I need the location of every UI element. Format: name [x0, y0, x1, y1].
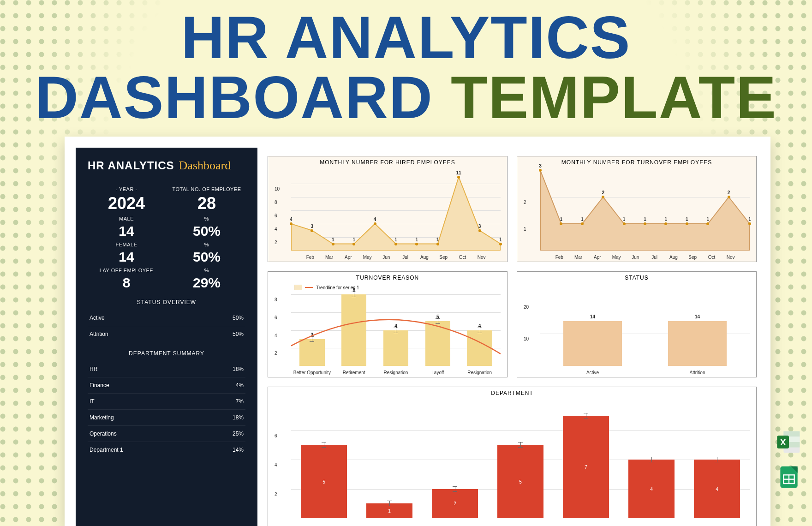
chart-title: TURNOVER REASON — [268, 272, 507, 284]
y-tick: 2 — [275, 491, 277, 496]
y-tick: 10 — [275, 186, 280, 191]
kv-key: Operations — [90, 430, 117, 437]
x-category: Jun — [382, 255, 390, 260]
sidebar-title: HR ANALYTICS Dashboard — [88, 159, 245, 173]
x-category: Retirement — [343, 370, 365, 375]
legend: Trendline for series 1 — [294, 285, 359, 290]
x-category: Mar — [574, 255, 582, 260]
x-category: Feb — [306, 255, 314, 260]
kv-val: 18% — [233, 414, 244, 421]
y-tick: 4 — [275, 333, 277, 338]
stat-value: 14 — [88, 223, 165, 239]
stat-label: % — [168, 242, 245, 247]
sidebar-title-b: Dashboard — [179, 159, 231, 173]
kv-val: 7% — [236, 398, 244, 405]
chart-status: STATUS10201414ActiveAttrition — [517, 271, 757, 377]
x-category: Nov — [478, 255, 486, 260]
data-label: 1 — [394, 237, 397, 242]
data-label: 3 — [539, 163, 542, 168]
list-item: Finance4% — [88, 377, 245, 393]
bar: 2 — [432, 489, 478, 519]
list-item: Department 114% — [88, 442, 245, 458]
kv-key: Marketing — [90, 414, 114, 421]
data-label: 1 — [623, 217, 626, 222]
data-label: 1 — [416, 237, 418, 242]
x-category: Attrition — [690, 370, 705, 375]
stat-total: TOTAL NO. OF EMPLOYEE 28 — [168, 186, 245, 213]
stat-male-pct: % 50% — [168, 216, 245, 239]
stat-label: % — [168, 268, 245, 273]
data-label: 1 — [332, 237, 334, 242]
x-category: Sep — [688, 255, 697, 260]
x-category: Apr — [594, 255, 601, 260]
kv-val: 14% — [233, 447, 244, 453]
x-category: Oct — [708, 255, 716, 260]
x-category: May — [363, 255, 372, 260]
data-label: 2 — [728, 190, 730, 195]
stat-value: 2024 — [88, 194, 165, 213]
x-category: Oct — [459, 255, 466, 260]
y-tick: 1 — [524, 227, 526, 232]
status-overview-title: STATUS OVERVIEW — [88, 299, 245, 305]
chart-title: STATUS — [517, 272, 756, 284]
app-icons: X — [776, 429, 802, 490]
chart-hired: MONTHLY NUMBER FOR HIRED EMPLOYEES246810… — [268, 156, 508, 262]
excel-icon: X — [776, 429, 802, 455]
y-tick: 20 — [524, 304, 529, 309]
data-label: 1 — [748, 217, 751, 222]
bar: 1 — [366, 503, 412, 518]
data-label: 3 — [478, 224, 481, 229]
kv-key: HR — [90, 366, 97, 372]
stat-layoff: LAY OFF EMPLOYEE 8 — [88, 268, 165, 291]
y-tick: 2 — [275, 351, 277, 356]
list-item: Marketing18% — [88, 409, 245, 425]
stat-female: FEMALE 14 — [88, 242, 165, 265]
data-label: 2 — [602, 190, 604, 195]
stat-female-pct: % 50% — [168, 242, 245, 265]
data-label: 1 — [665, 217, 668, 222]
list-item: Operations25% — [88, 425, 245, 442]
kv-key: Attrition — [90, 331, 108, 337]
dashboard-card: HR ANALYTICS Dashboard - YEAR - 2024 TOT… — [65, 137, 770, 526]
svg-text:X: X — [780, 437, 786, 447]
stat-value: 50% — [168, 249, 245, 265]
data-label: 11 — [456, 170, 461, 175]
data-label: 1 — [560, 217, 563, 222]
sheets-icon — [776, 464, 802, 490]
x-category: Nov — [727, 255, 735, 260]
stat-label: % — [168, 216, 245, 221]
chart-title: DEPARTMENT — [268, 387, 756, 399]
page-title: HR ANALYTICS DASHBOARD TEMPLATE — [0, 7, 812, 127]
kv-key: IT — [90, 398, 95, 405]
y-tick: 8 — [275, 200, 277, 205]
bar — [668, 321, 727, 366]
stat-value: 50% — [168, 223, 245, 239]
stat-value: 29% — [168, 275, 245, 291]
x-category: Aug — [669, 255, 678, 260]
stat-value: 8 — [88, 275, 165, 291]
title-accent: TEMPLATE — [451, 64, 777, 131]
y-tick: 6 — [275, 433, 277, 438]
x-category: Mar — [325, 255, 333, 260]
bar: 4 — [694, 460, 740, 518]
stat-label: - YEAR - — [88, 186, 165, 192]
kv-key: Finance — [90, 382, 109, 389]
list-item: Active50% — [88, 310, 245, 326]
data-label: 1 — [644, 217, 646, 222]
data-label: 1 — [499, 237, 502, 242]
page-root: HR ANALYTICS DASHBOARD TEMPLATE This HR … — [0, 0, 812, 526]
x-category: Feb — [555, 255, 563, 260]
kv-val: 50% — [233, 331, 244, 337]
x-category: Jul — [402, 255, 408, 260]
status-overview-list: Active50% Attrition50% — [88, 310, 245, 342]
stat-label: MALE — [88, 216, 165, 221]
stat-label: TOTAL NO. OF EMPLOYEE — [168, 186, 245, 192]
x-category: Jun — [632, 255, 639, 260]
kv-val: 25% — [233, 430, 244, 437]
y-tick: 2 — [275, 240, 277, 245]
dept-summary-title: DEPARTMENT SUMMARY — [88, 350, 245, 357]
stat-male: MALE 14 — [88, 216, 165, 239]
bar: 5 — [301, 445, 346, 518]
x-category: Resignation — [467, 370, 492, 375]
x-category: Active — [586, 370, 599, 375]
